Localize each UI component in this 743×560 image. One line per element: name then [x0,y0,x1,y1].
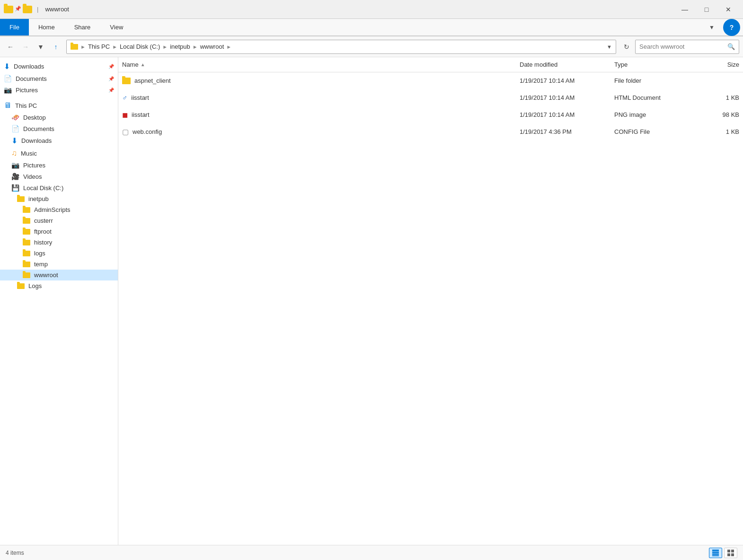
logs-top-folder-icon [17,283,25,289]
sidebar-item-ftproot[interactable]: ftproot [0,226,118,237]
sidebar-item-pictures-pinned[interactable]: 📷 Pictures 📌 [0,84,118,96]
folder-file-icon [122,78,131,84]
ribbon: File Home Share View ▼ ? [0,19,743,36]
refresh-button[interactable]: ↻ [620,40,633,53]
address-folder-icon [71,44,78,50]
close-button[interactable]: ✕ [717,0,739,19]
sidebar-item-thispc[interactable]: 🖥 This PC [0,99,118,112]
tab-share[interactable]: Share [65,19,101,35]
navigation-bar: ← → ▼ ↑ ► This PC ► Local Disk (C:) ► in… [0,36,743,57]
minimize-button[interactable]: — [674,0,696,19]
file-name-cell: ▢ web.config [118,128,516,136]
table-row[interactable]: ◼ iisstart 1/19/2017 10:14 AM PNG image … [118,106,743,123]
sidebar-item-downloads[interactable]: ⬇ Downloads [0,134,118,147]
thispc-icon: 🖥 [4,101,11,110]
tab-home[interactable]: Home [29,19,65,35]
maximize-button[interactable]: □ [696,0,717,19]
sidebar-label: logs [34,250,45,257]
documents2-icon: 📄 [11,125,19,132]
downloads2-icon: ⬇ [11,136,18,145]
svg-rect-4 [727,550,730,552]
downloads-icon: ⬇ [4,62,10,71]
help-button[interactable]: ? [723,19,740,36]
sidebar-item-pictures[interactable]: 📷 Pictures [0,159,118,171]
temp-folder-icon [23,262,30,267]
pin-badge: 📌 [108,88,114,93]
sidebar-item-downloads-pinned[interactable]: ⬇ Downloads 📌 [0,60,118,73]
sidebar-item-logs[interactable]: logs [0,248,118,259]
sidebar-label: Documents [16,75,47,82]
pin-icon: 📌 [15,6,21,13]
addr-sep4: ► [226,44,231,50]
col-header-modified[interactable]: Date modified [516,61,610,68]
pin-badge: 📌 [108,64,114,69]
sidebar-label: inetpub [28,195,49,202]
pictures-icon: 📷 [4,86,12,94]
window-controls: — □ ✕ [674,0,739,19]
file-name: aspnet_client [134,77,171,84]
back-button[interactable]: ← [4,40,17,53]
sidebar-item-desktop[interactable]: 🛷 Desktop [0,112,118,123]
addr-wwwroot[interactable]: wwwroot [200,43,224,50]
sidebar-item-music[interactable]: ♫ Music [0,147,118,159]
sidebar: ⬇ Downloads 📌 📄 Documents 📌 📷 Pictures 📌… [0,57,118,545]
table-row[interactable]: ▢ web.config 1/19/2017 4:36 PM CONFIG Fi… [118,123,743,140]
sidebar-label: temp [34,261,48,268]
table-row[interactable]: ♂ iisstart 1/19/2017 10:14 AM HTML Docum… [118,89,743,106]
sidebar-item-documents[interactable]: 📄 Documents [0,123,118,134]
up-button[interactable]: ↑ [49,40,62,53]
sidebar-item-custerr[interactable]: custerr [0,215,118,226]
documents-icon: 📄 [4,75,12,82]
svg-rect-3 [712,555,719,556]
folder-icon2 [23,6,32,13]
details-view-button[interactable] [709,548,722,558]
forward-button[interactable]: → [19,40,32,53]
sidebar-item-documents-pinned[interactable]: 📄 Documents 📌 [0,73,118,84]
file-type: File folder [610,77,696,84]
sidebar-label: custerr [34,217,53,224]
table-row[interactable]: aspnet_client 1/19/2017 10:14 AM File fo… [118,72,743,89]
sidebar-label: Music [21,150,37,157]
view-controls [709,548,737,558]
status-bar: 4 items [0,545,743,560]
addr-thispc[interactable]: This PC [88,43,110,50]
addr-cdrive[interactable]: Local Disk (C:) [120,43,160,50]
inetpub-folder-icon [17,196,25,202]
svg-rect-0 [712,550,719,551]
sidebar-item-wwwroot[interactable]: wwwroot [0,270,118,280]
sidebar-item-temp[interactable]: temp [0,259,118,270]
col-header-type[interactable]: Type [610,61,696,68]
pictures2-icon: 📷 [11,161,19,169]
tab-file[interactable]: File [0,19,29,35]
addr-inetpub[interactable]: inetpub [170,43,190,50]
sidebar-item-logs-top[interactable]: Logs [0,280,118,291]
address-dropdown-arrow[interactable]: ▼ [607,44,612,50]
svg-rect-1 [712,551,719,553]
address-bar[interactable]: ► This PC ► Local Disk (C:) ► inetpub ► … [66,40,616,54]
sidebar-item-adminscripts[interactable]: AdminScripts [0,204,118,215]
col-header-name[interactable]: Name ▲ [118,61,516,68]
column-headers: Name ▲ Date modified Type Size [118,57,743,72]
sidebar-item-inetpub[interactable]: inetpub [0,193,118,204]
search-input[interactable] [639,43,725,50]
large-icons-view-button[interactable] [724,548,737,558]
search-box[interactable]: 🔍 [635,40,739,54]
sidebar-item-localdisk[interactable]: 💾 Local Disk (C:) [0,182,118,193]
logs-folder-icon [23,251,30,256]
tab-view[interactable]: View [100,19,133,35]
recent-locations-button[interactable]: ▼ [34,40,47,53]
sidebar-label: Documents [23,125,54,132]
file-area: Name ▲ Date modified Type Size aspnet_cl… [118,57,743,545]
sidebar-label: Videos [23,173,42,180]
file-list: aspnet_client 1/19/2017 10:14 AM File fo… [118,72,743,545]
sidebar-label: This PC [15,102,37,109]
music-icon: ♫ [11,149,17,158]
sidebar-item-history[interactable]: history [0,237,118,248]
desktop-icon: 🛷 [11,114,19,121]
ribbon-expand-button[interactable]: ▼ [703,19,720,36]
file-size: 1 KB [696,94,743,101]
sidebar-label: Downloads [14,63,44,70]
sidebar-item-videos[interactable]: 🎥 Videos [0,171,118,182]
file-type: PNG image [610,111,696,118]
col-header-size[interactable]: Size [696,61,743,68]
